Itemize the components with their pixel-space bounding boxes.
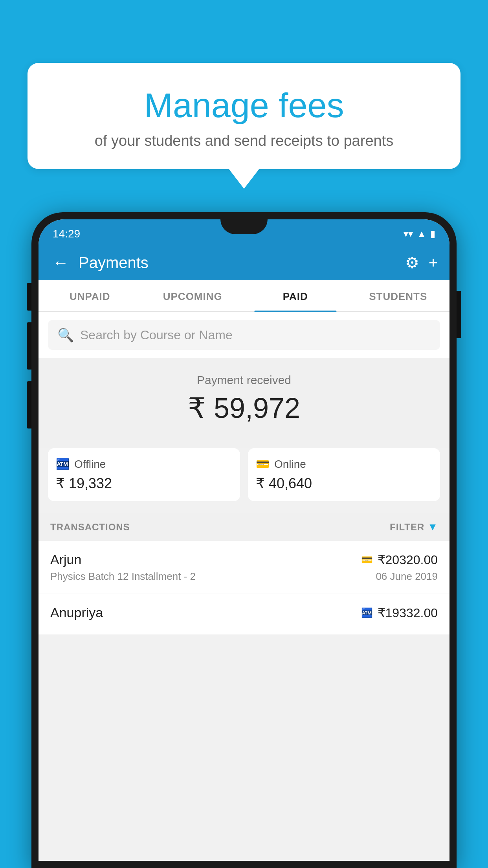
tab-students[interactable]: STUDENTS <box>347 280 450 311</box>
bubble-title: Manage fees <box>43 86 445 125</box>
filter-row[interactable]: FILTER ▼ <box>390 521 438 533</box>
search-icon: 🔍 <box>57 327 74 343</box>
transaction-top-anupriya: Anupriya 🏧 ₹19332.00 <box>50 605 438 620</box>
offline-label: Offline <box>74 458 106 471</box>
status-time: 14:29 <box>53 228 80 240</box>
payment-total-amount: ₹ 59,972 <box>50 392 438 425</box>
offline-card-header: 🏧 Offline <box>56 458 232 471</box>
battery-icon: ▮ <box>430 228 435 239</box>
volume-down-button <box>27 381 31 428</box>
transactions-header: TRANSACTIONS FILTER ▼ <box>39 513 449 541</box>
phone-notch <box>220 219 268 234</box>
signal-icon: ▲ <box>417 228 426 239</box>
transaction-amount-row-arjun: 💳 ₹20320.00 <box>361 552 438 567</box>
filter-icon: ▼ <box>427 521 438 533</box>
transaction-course-arjun: Physics Batch 12 Installment - 2 <box>50 570 196 583</box>
transaction-amount-arjun: ₹20320.00 <box>378 552 438 567</box>
tab-unpaid[interactable]: UNPAID <box>39 280 141 311</box>
volume-up-button <box>27 322 31 370</box>
header-actions: ⚙ + <box>405 254 438 272</box>
transaction-top-arjun: Arjun 💳 ₹20320.00 <box>50 552 438 567</box>
mute-button <box>27 283 31 311</box>
online-payment-card: 💳 Online ₹ 40,640 <box>248 448 440 501</box>
payment-section: Payment received ₹ 59,972 <box>39 358 449 448</box>
transaction-date-arjun: 06 June 2019 <box>376 570 438 583</box>
tabs-bar: UNPAID UPCOMING PAID STUDENTS <box>39 280 449 312</box>
transactions-label: TRANSACTIONS <box>50 522 130 533</box>
offline-payment-card: 🏧 Offline ₹ 19,332 <box>48 448 240 501</box>
phone-screen: 14:29 ▾▾ ▲ ▮ ← Payments ⚙ + UNPAID UPCOM… <box>39 219 449 861</box>
transaction-bottom-arjun: Physics Batch 12 Installment - 2 06 June… <box>50 570 438 583</box>
search-container: 🔍 Search by Course or Name <box>39 312 449 358</box>
online-label: Online <box>274 458 306 471</box>
speech-bubble: Manage fees of your students and send re… <box>28 63 460 169</box>
transaction-pay-icon-arjun: 💳 <box>361 554 373 565</box>
app-header: ← Payments ⚙ + <box>39 245 449 280</box>
offline-icon: 🏧 <box>56 458 70 471</box>
payment-cards: 🏧 Offline ₹ 19,332 💳 Online ₹ 40,640 <box>39 448 449 513</box>
power-button <box>457 291 461 338</box>
wifi-icon: ▾▾ <box>404 228 413 239</box>
status-icons: ▾▾ ▲ ▮ <box>404 228 435 239</box>
search-placeholder: Search by Course or Name <box>80 328 233 342</box>
page-title: Payments <box>79 254 397 272</box>
transaction-amount-row-anupriya: 🏧 ₹19332.00 <box>361 605 438 620</box>
transaction-name-arjun: Arjun <box>50 552 81 567</box>
bubble-subtitle: of your students and send receipts to pa… <box>43 132 445 149</box>
online-card-header: 💳 Online <box>256 458 432 471</box>
tab-paid[interactable]: PAID <box>244 280 347 311</box>
transaction-name-anupriya: Anupriya <box>50 605 103 620</box>
add-icon[interactable]: + <box>429 254 438 272</box>
phone-frame: 14:29 ▾▾ ▲ ▮ ← Payments ⚙ + UNPAID UPCOM… <box>31 212 457 868</box>
transaction-row[interactable]: Arjun 💳 ₹20320.00 Physics Batch 12 Insta… <box>39 541 449 594</box>
transaction-amount-anupriya: ₹19332.00 <box>378 605 438 620</box>
filter-label: FILTER <box>390 522 424 533</box>
payment-received-label: Payment received <box>50 373 438 387</box>
back-button[interactable]: ← <box>50 251 71 274</box>
online-icon: 💳 <box>256 458 270 471</box>
offline-amount: ₹ 19,332 <box>56 475 232 492</box>
transaction-pay-icon-anupriya: 🏧 <box>361 607 373 618</box>
transaction-row-anupriya[interactable]: Anupriya 🏧 ₹19332.00 <box>39 594 449 635</box>
settings-icon[interactable]: ⚙ <box>405 254 419 272</box>
search-box[interactable]: 🔍 Search by Course or Name <box>48 320 440 350</box>
tab-upcoming[interactable]: UPCOMING <box>141 280 244 311</box>
online-amount: ₹ 40,640 <box>256 475 432 492</box>
